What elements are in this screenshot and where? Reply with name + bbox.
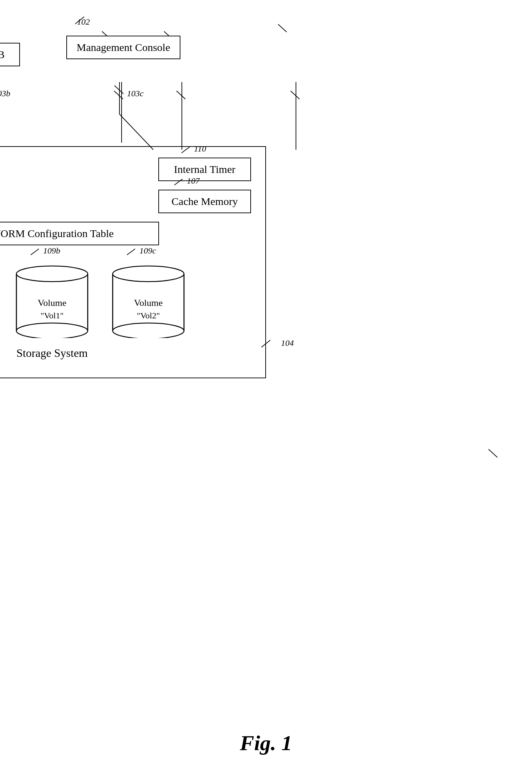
mgmt-console-label: Management Console (77, 41, 170, 53)
host-b-box: Host B (0, 43, 20, 66)
svg-text:Volume: Volume (38, 298, 66, 308)
svg-line-13 (75, 17, 84, 24)
svg-line-24 (261, 340, 270, 347)
svg-text:Volume: Volume (134, 298, 163, 308)
worm-table-label: WORM Configuration Table (0, 227, 114, 239)
timer-label: Internal Timer (174, 163, 236, 175)
cache-memory-box: Cache Memory (158, 190, 251, 213)
cache-memory-label: Cache Memory (172, 195, 238, 207)
storage-system-label: Storage System (0, 347, 251, 363)
svg-line-10 (488, 449, 497, 457)
ref-104: 104 (260, 338, 294, 349)
svg-line-26 (181, 147, 190, 153)
svg-line-9 (291, 91, 300, 99)
svg-text:103b: 103b (0, 89, 10, 98)
timer-box: Internal Timer (158, 158, 251, 181)
host-b-label: Host B (0, 48, 5, 60)
figure-label: Fig. 1 (240, 731, 292, 755)
svg-point-54 (113, 323, 184, 338)
svg-point-55 (113, 266, 184, 282)
storage-system: 104 105 Interface 110 Internal Timer (0, 146, 266, 378)
svg-text:"Vol2": "Vol2" (137, 311, 160, 320)
svg-line-50 (127, 249, 135, 255)
svg-point-44 (16, 323, 88, 338)
volume-vol1-cylinder: Volume "Vol1" (15, 260, 89, 338)
svg-text:103c: 103c (127, 89, 144, 98)
mgmt-console-box: Management Console (66, 36, 180, 59)
svg-line-22 (114, 86, 123, 94)
svg-line-40 (31, 249, 39, 255)
volume-vol2-cylinder: Volume "Vol2" (111, 260, 186, 338)
svg-text:"Vol1": "Vol1" (41, 311, 64, 320)
svg-line-28 (174, 179, 183, 185)
svg-point-45 (16, 266, 88, 282)
worm-table-box: WORM Configuration Table (0, 222, 159, 245)
svg-line-2 (278, 24, 287, 32)
